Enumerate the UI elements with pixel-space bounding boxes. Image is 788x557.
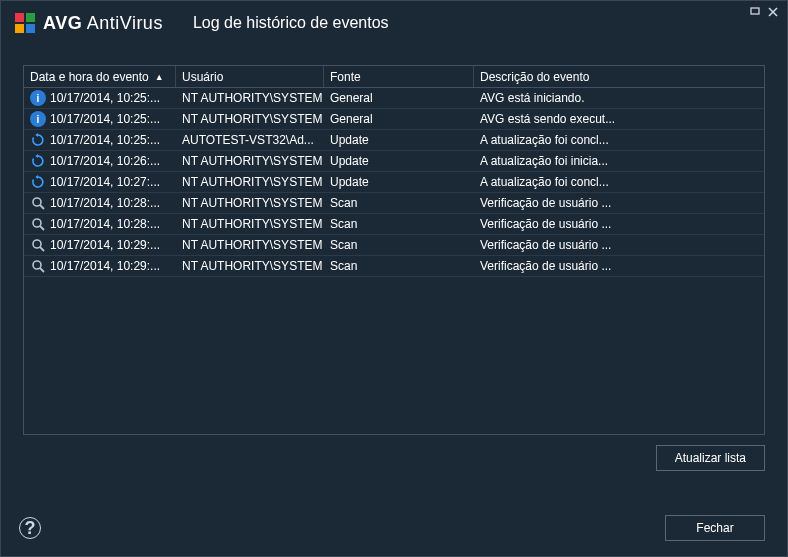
app-logo: AVG AntiVirus — [13, 11, 163, 35]
cell-date: 10/17/2014, 10:27:... — [24, 172, 176, 192]
svg-point-10 — [33, 198, 41, 206]
minimize-icon[interactable] — [747, 5, 763, 19]
cell-source: Update — [324, 151, 474, 171]
page-title: Log de histórico de eventos — [193, 14, 389, 32]
cell-source: Update — [324, 130, 474, 150]
content-area: Data e hora do evento ▲ Usuário Fonte De… — [1, 45, 787, 508]
cell-description: AVG está sendo execut... — [474, 109, 764, 129]
table-row[interactable]: 10/17/2014, 10:26:...NT AUTHORITY\SYSTEM… — [24, 151, 764, 172]
scan-icon — [30, 237, 46, 253]
cell-source: General — [324, 88, 474, 108]
update-icon — [30, 174, 46, 190]
cell-source: Scan — [324, 193, 474, 213]
svg-line-13 — [40, 226, 44, 230]
cell-date: 10/17/2014, 10:25:... — [24, 130, 176, 150]
cell-description: Verificação de usuário ... — [474, 256, 764, 276]
help-icon[interactable]: ? — [19, 517, 41, 539]
table-row[interactable]: 10/17/2014, 10:28:...NT AUTHORITY\SYSTEM… — [24, 193, 764, 214]
column-header-user[interactable]: Usuário — [176, 66, 324, 87]
cell-date-text: 10/17/2014, 10:28:... — [50, 217, 160, 231]
close-icon[interactable] — [765, 5, 781, 19]
svg-line-11 — [40, 205, 44, 209]
cell-description: A atualização foi concl... — [474, 130, 764, 150]
column-header-description-label: Descrição do evento — [480, 70, 589, 84]
cell-source: Update — [324, 172, 474, 192]
column-header-date-label: Data e hora do evento — [30, 70, 149, 84]
cell-date: i10/17/2014, 10:25:... — [24, 109, 176, 129]
cell-user: NT AUTHORITY\SYSTEM — [176, 172, 324, 192]
footer: ? Fechar — [1, 508, 787, 556]
cell-user: NT AUTHORITY\SYSTEM — [176, 256, 324, 276]
table-row[interactable]: 10/17/2014, 10:29:...NT AUTHORITY\SYSTEM… — [24, 235, 764, 256]
app-brand: AVG AntiVirus — [43, 13, 163, 34]
svg-rect-4 — [751, 8, 759, 14]
table-row[interactable]: 10/17/2014, 10:27:...NT AUTHORITY\SYSTEM… — [24, 172, 764, 193]
cell-date: 10/17/2014, 10:29:... — [24, 235, 176, 255]
table-row[interactable]: i10/17/2014, 10:25:...NT AUTHORITY\SYSTE… — [24, 88, 764, 109]
scan-icon — [30, 258, 46, 274]
window-controls — [747, 5, 781, 19]
cell-date-text: 10/17/2014, 10:26:... — [50, 154, 160, 168]
cell-date-text: 10/17/2014, 10:25:... — [50, 133, 160, 147]
table-header: Data e hora do evento ▲ Usuário Fonte De… — [24, 66, 764, 88]
cell-source: General — [324, 109, 474, 129]
column-header-description[interactable]: Descrição do evento — [474, 66, 764, 87]
cell-date-text: 10/17/2014, 10:29:... — [50, 238, 160, 252]
titlebar: AVG AntiVirus Log de histórico de evento… — [1, 1, 787, 45]
cell-source: Scan — [324, 214, 474, 234]
scan-icon — [30, 216, 46, 232]
cell-user: NT AUTHORITY\SYSTEM — [176, 235, 324, 255]
cell-date-text: 10/17/2014, 10:27:... — [50, 175, 160, 189]
cell-date: 10/17/2014, 10:29:... — [24, 256, 176, 276]
app-window: AVG AntiVirus Log de histórico de evento… — [0, 0, 788, 557]
svg-rect-3 — [26, 24, 35, 33]
svg-marker-7 — [35, 133, 38, 137]
cell-user: NT AUTHORITY\SYSTEM — [176, 214, 324, 234]
cell-description: Verificação de usuário ... — [474, 193, 764, 213]
svg-line-15 — [40, 247, 44, 251]
table-row[interactable]: 10/17/2014, 10:25:...AUTOTEST-VST32\Ad..… — [24, 130, 764, 151]
avg-logo-icon — [13, 11, 37, 35]
cell-date-text: 10/17/2014, 10:25:... — [50, 91, 160, 105]
update-icon — [30, 153, 46, 169]
column-header-date[interactable]: Data e hora do evento ▲ — [24, 66, 176, 87]
cell-description: Verificação de usuário ... — [474, 214, 764, 234]
column-header-source-label: Fonte — [330, 70, 361, 84]
cell-date: i10/17/2014, 10:25:... — [24, 88, 176, 108]
scan-icon — [30, 195, 46, 211]
info-icon: i — [30, 111, 46, 127]
svg-point-14 — [33, 240, 41, 248]
table-body[interactable]: i10/17/2014, 10:25:...NT AUTHORITY\SYSTE… — [24, 88, 764, 434]
table-row[interactable]: 10/17/2014, 10:28:...NT AUTHORITY\SYSTEM… — [24, 214, 764, 235]
svg-point-12 — [33, 219, 41, 227]
update-icon — [30, 132, 46, 148]
svg-rect-2 — [15, 24, 24, 33]
table-button-row: Atualizar lista — [23, 435, 765, 471]
close-button[interactable]: Fechar — [665, 515, 765, 541]
cell-date-text: 10/17/2014, 10:28:... — [50, 196, 160, 210]
cell-description: Verificação de usuário ... — [474, 235, 764, 255]
refresh-list-button[interactable]: Atualizar lista — [656, 445, 765, 471]
cell-date-text: 10/17/2014, 10:25:... — [50, 112, 160, 126]
cell-user: NT AUTHORITY\SYSTEM — [176, 193, 324, 213]
cell-date: 10/17/2014, 10:28:... — [24, 214, 176, 234]
table-row[interactable]: 10/17/2014, 10:29:...NT AUTHORITY\SYSTEM… — [24, 256, 764, 277]
svg-point-16 — [33, 261, 41, 269]
info-icon: i — [30, 90, 46, 106]
cell-source: Scan — [324, 256, 474, 276]
event-table: Data e hora do evento ▲ Usuário Fonte De… — [23, 65, 765, 435]
svg-rect-1 — [26, 13, 35, 22]
svg-line-17 — [40, 268, 44, 272]
cell-user: NT AUTHORITY\SYSTEM — [176, 88, 324, 108]
svg-rect-0 — [15, 13, 24, 22]
cell-user: NT AUTHORITY\SYSTEM — [176, 151, 324, 171]
table-row[interactable]: i10/17/2014, 10:25:...NT AUTHORITY\SYSTE… — [24, 109, 764, 130]
column-header-source[interactable]: Fonte — [324, 66, 474, 87]
sort-ascending-icon: ▲ — [155, 72, 164, 82]
svg-marker-8 — [35, 154, 38, 158]
cell-description: AVG está iniciando. — [474, 88, 764, 108]
cell-source: Scan — [324, 235, 474, 255]
cell-date: 10/17/2014, 10:26:... — [24, 151, 176, 171]
cell-date-text: 10/17/2014, 10:29:... — [50, 259, 160, 273]
cell-user: NT AUTHORITY\SYSTEM — [176, 109, 324, 129]
